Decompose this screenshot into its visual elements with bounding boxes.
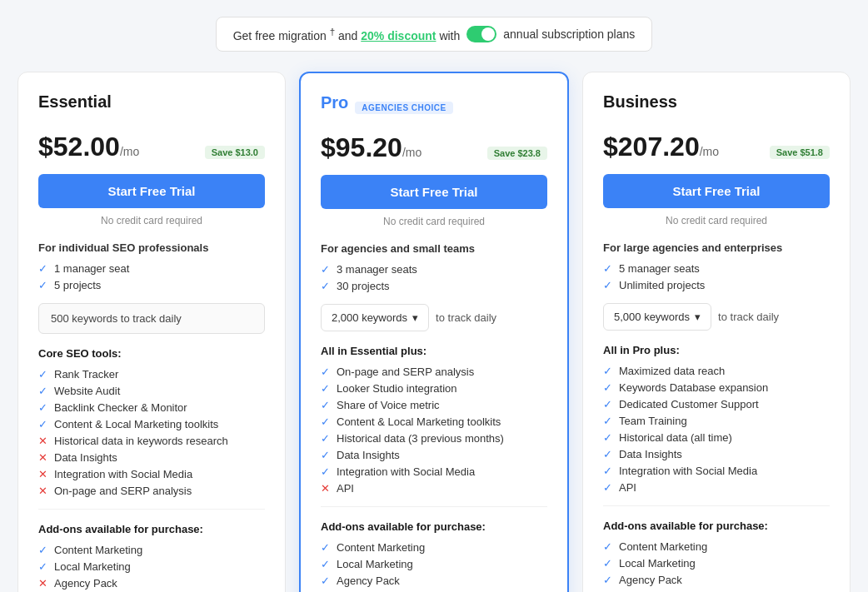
check-icon: ✓ [603, 557, 612, 570]
addon-essential-1: ✓Local Marketing [38, 560, 265, 573]
addon-business-1: ✓Local Marketing [603, 557, 830, 570]
feature-text: Data Insights [337, 449, 400, 461]
check-icon: ✓ [321, 415, 330, 428]
core-feature-pro-7: ✕API [321, 482, 547, 495]
save-badge-essential: Save $13.0 [205, 146, 265, 159]
keyword-select-business[interactable]: 5,000 keywords▾ [603, 303, 711, 331]
plan-card-pro: ProAGENCIES CHOICE$95.20/moSave $23.8Sta… [299, 72, 569, 592]
keyword-select-value-business: 5,000 keywords [614, 311, 690, 323]
plan-card-business: Business$207.20/moSave $51.8Start Free T… [582, 72, 851, 592]
addon-text: Agency Pack [54, 577, 117, 590]
check-icon: ✓ [603, 574, 612, 586]
trial-btn-business[interactable]: Start Free Trial [603, 174, 830, 208]
check-icon: ✓ [38, 544, 47, 556]
plans-container: Essential$52.00/moSave $13.0Start Free T… [17, 72, 851, 592]
trial-btn-essential[interactable]: Start Free Trial [38, 174, 265, 208]
projects-essential: ✓5 projects [38, 279, 265, 291]
feature-text: Data Insights [619, 448, 682, 460]
price-business: $207.20 [603, 132, 700, 162]
feature-text: Rank Tracker [54, 368, 118, 381]
feature-text: Integration with Social Media [337, 465, 475, 478]
manager-seats-text-pro: 3 manager seats [337, 263, 417, 276]
addons-title-essential: Add-ons available for purchase: [38, 523, 265, 535]
keyword-select-row-pro: 2,000 keywords▾to track daily [321, 304, 547, 331]
check-icon: ✓ [321, 399, 330, 411]
no-credit-pro: No credit card required [321, 216, 547, 227]
feature-text: Share of Voice metric [337, 399, 440, 411]
core-feature-essential-3: ✓Content & Local Marketing toolkits [38, 418, 265, 430]
core-feature-essential-1: ✓Website Audit [38, 385, 265, 397]
check-icon: ✓ [38, 262, 47, 275]
core-feature-pro-6: ✓Integration with Social Media [321, 465, 547, 478]
manager-seats-essential: ✓1 manager seat [38, 262, 265, 275]
feature-text: Content & Local Marketing toolkits [337, 415, 501, 428]
plan-name-business: Business [603, 92, 677, 112]
addon-text: Content Marketing [619, 540, 707, 553]
manager-seats-text-essential: 1 manager seat [54, 262, 129, 275]
plan-name-row-business: Business [603, 92, 830, 122]
price-left-pro: $95.20/mo [321, 132, 422, 163]
no-credit-business: No credit card required [603, 215, 830, 226]
price-row-pro: $95.20/moSave $23.8 [321, 132, 547, 163]
feature-text: On-page and SERP analysis [54, 485, 192, 497]
manager-seats-business: ✓5 manager seats [603, 262, 830, 275]
check-icon: ✓ [603, 262, 612, 275]
plan-card-essential: Essential$52.00/moSave $13.0Start Free T… [17, 72, 286, 592]
chevron-down-icon: ▾ [412, 311, 418, 324]
feature-text: Looker Studio integration [337, 382, 457, 395]
feature-text: Historical data in keywords research [54, 435, 228, 447]
projects-pro: ✓30 projects [321, 280, 547, 292]
check-icon: ✓ [603, 481, 612, 494]
projects-text-essential: 5 projects [54, 279, 101, 291]
to-track-label-pro: to track daily [436, 311, 496, 324]
x-icon: ✕ [38, 485, 47, 497]
price-row-business: $207.20/moSave $51.8 [603, 132, 830, 162]
x-icon: ✕ [321, 482, 330, 495]
x-icon: ✕ [38, 468, 47, 480]
x-icon: ✕ [38, 435, 47, 447]
feature-text: Team Training [619, 415, 687, 427]
annual-toggle[interactable] [466, 26, 496, 42]
core-title-pro: All in Essential plus: [321, 345, 547, 357]
feature-text: API [619, 481, 636, 494]
addon-essential-2: ✕Agency Pack [38, 577, 265, 590]
core-feature-essential-0: ✓Rank Tracker [38, 368, 265, 381]
check-icon: ✓ [603, 431, 612, 444]
agencies-badge-pro: AGENCIES CHOICE [355, 102, 452, 114]
trial-btn-pro[interactable]: Start Free Trial [321, 175, 547, 209]
toggle-label: annual subscription plans [503, 27, 635, 41]
check-icon: ✓ [603, 279, 612, 291]
core-feature-pro-2: ✓Share of Voice metric [321, 399, 547, 411]
keyword-select-pro[interactable]: 2,000 keywords▾ [321, 304, 429, 331]
core-title-essential: Core SEO tools: [38, 347, 265, 360]
core-feature-essential-2: ✓Backlink Checker & Monitor [38, 401, 265, 414]
feature-text: Maximized data reach [619, 365, 725, 377]
check-icon: ✓ [603, 448, 612, 460]
core-feature-business-4: ✓Historical data (all time) [603, 431, 830, 444]
check-icon: ✓ [38, 368, 47, 381]
check-icon: ✓ [38, 279, 47, 291]
check-icon: ✓ [603, 540, 612, 553]
addon-text: Local Marketing [337, 558, 413, 570]
check-icon: ✓ [321, 575, 330, 587]
to-track-label-business: to track daily [718, 311, 779, 323]
price-left-business: $207.20/mo [603, 132, 719, 162]
check-icon: ✓ [38, 401, 47, 414]
check-icon: ✓ [321, 263, 330, 276]
addon-text: Content Marketing [337, 541, 425, 554]
feature-text: Website Audit [54, 385, 120, 397]
addon-pro-2: ✓Agency Pack [321, 575, 547, 587]
core-feature-pro-4: ✓Historical data (3 previous months) [321, 432, 547, 445]
core-feature-business-7: ✓API [603, 481, 830, 494]
projects-text-pro: 30 projects [337, 280, 390, 292]
price-period-business: /mo [700, 145, 719, 158]
feature-text: Data Insights [54, 451, 117, 464]
check-icon: ✓ [321, 449, 330, 461]
price-row-essential: $52.00/moSave $13.0 [38, 132, 265, 162]
feature-text: Dedicated Customer Support [619, 398, 759, 410]
core-feature-pro-5: ✓Data Insights [321, 449, 547, 461]
feature-text: Historical data (3 previous months) [337, 432, 504, 445]
keyword-select-row-business: 5,000 keywords▾to track daily [603, 303, 830, 331]
addon-text: Local Marketing [619, 557, 696, 570]
for-text-essential: For individual SEO professionals [38, 241, 265, 254]
